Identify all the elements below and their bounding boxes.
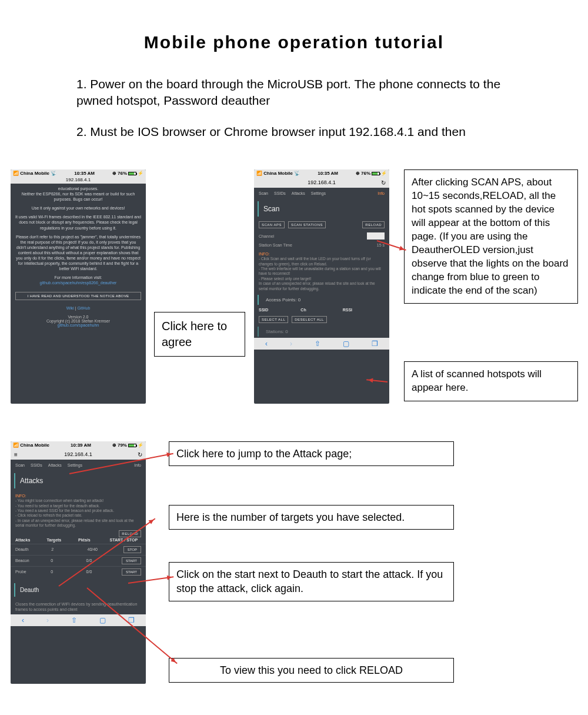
reload-button[interactable]: RELOAD — [362, 221, 385, 228]
annotation-start-deauth: Click on the start next to Deauth to sta… — [169, 562, 454, 601]
carrier-label: 📶 China Mobile 📡 — [13, 171, 56, 176]
forward-icon[interactable]: › — [46, 616, 49, 624]
back-icon[interactable]: ‹ — [22, 616, 24, 624]
phone-screenshot-3: 📶 China Mobile 10:39 AM ⊕ 79%⚡ ≡ 192.168… — [11, 441, 146, 684]
phone-screenshot-1: 📶 China Mobile 📡 10:35 AM ⊕ 76%⚡ 192.168… — [11, 169, 146, 404]
bookmarks-icon[interactable]: ▢ — [99, 616, 106, 624]
section-header-attacks: Attacks — [14, 473, 142, 488]
wiki-link[interactable]: Wiki — [66, 306, 74, 310]
clock-label: 10:35 AM — [74, 171, 95, 176]
scan-time-label: Station Scan Time — [259, 243, 292, 247]
back-icon[interactable]: ‹ — [265, 340, 268, 348]
url-bar: 192.168.4.1 ↻ — [254, 177, 389, 188]
attack-row-beacon: Beacon00/0START — [11, 555, 146, 566]
status-bar: 📶 China Mobile 10:39 AM ⊕ 79%⚡ — [11, 441, 146, 449]
annotation-attack-page: Click here to jump to the Attack page; — [169, 441, 454, 466]
tab-ssids[interactable]: SSIDs — [31, 463, 42, 467]
stations-header: Stations: 0 — [258, 327, 386, 337]
tab-info[interactable]: Info — [377, 191, 385, 195]
annotation-click-reload: To view this you need to click RELOAD — [169, 658, 454, 683]
notice-body: educational purposes. Neither the ESP826… — [11, 184, 146, 288]
annotation-scan-aps: After clicking SCAN APS, about 10~15 sec… — [404, 169, 578, 304]
refresh-icon[interactable]: ↻ — [138, 451, 142, 458]
browser-bottom-nav: ‹ › ⇧ ▢ ❐ — [254, 338, 389, 350]
refresh-icon[interactable]: ↻ — [381, 179, 386, 186]
url-bar: ≡ 192.168.4.1 ↻ — [11, 449, 146, 460]
scan-time-value: 15 s — [377, 243, 385, 247]
tabs-icon[interactable]: ❐ — [372, 340, 378, 348]
status-bar: 📶 China Mobile 📡 10:35 AM ⊕ 76%⚡ — [254, 169, 389, 177]
github-link[interactable]: github.com/spacehuhn/esp8266_deauther — [15, 280, 141, 285]
select-all-button[interactable]: SELECT ALL — [259, 316, 288, 323]
access-points-header: Access Points: 0 — [258, 295, 386, 305]
tab-scan[interactable]: Scan — [15, 463, 25, 467]
clock-label: 10:39 AM — [71, 443, 91, 448]
github-link-2[interactable]: GitHub — [78, 306, 91, 310]
annotation-agree: Click here to agree — [154, 312, 245, 357]
section-header-scan: Scan — [258, 201, 386, 217]
carrier-label: 📶 China Mobile 📡 — [256, 171, 300, 176]
channel-slider[interactable] — [367, 232, 385, 240]
annotation-targets-count: Here is the number of targets you have s… — [169, 505, 454, 530]
spacehuhn-link[interactable]: github.com/spacehuhn — [58, 323, 99, 327]
page-title: Mobile phone operation tutorial — [0, 0, 588, 52]
agree-button[interactable]: I HAVE READ AND UNDERSTOOD THE NOTICE AB… — [15, 292, 141, 300]
intro-step-2: 2. Must be IOS browser or Chrome browser… — [76, 124, 512, 140]
battery-indicator: ⊕ 79%⚡ — [112, 443, 143, 448]
carrier-label: 📶 China Mobile — [13, 443, 49, 448]
menu-icon[interactable]: ≡ — [14, 451, 18, 458]
deselect-all-button[interactable]: DESELECT ALL — [292, 316, 327, 323]
intro-step-1: 1. Power on the board through the MicroU… — [76, 76, 512, 109]
channel-label: Channel — [259, 234, 274, 238]
start-button[interactable]: START — [122, 557, 141, 564]
deauth-description: Closes the connection of WiFi devices by… — [11, 599, 146, 614]
scan-stations-button[interactable]: SCAN STATIONS — [288, 221, 326, 228]
bookmarks-icon[interactable]: ▢ — [343, 340, 349, 348]
info-block: INFO: - You might lose connection when s… — [11, 491, 146, 531]
tab-scan[interactable]: Scan — [259, 191, 268, 195]
battery-indicator: ⊕ 76%⚡ — [112, 171, 143, 176]
forward-icon[interactable]: › — [290, 340, 292, 348]
tab-settings[interactable]: Settings — [311, 191, 326, 195]
deauth-subheader: Deauth — [14, 583, 142, 597]
stop-button[interactable]: STOP — [123, 546, 141, 553]
footer-links: Wiki | GitHub — [11, 304, 146, 312]
tab-info[interactable]: Info — [134, 463, 141, 467]
status-bar: 📶 China Mobile 📡 10:35 AM ⊕ 76%⚡ — [11, 169, 146, 177]
tab-settings[interactable]: Settings — [68, 463, 82, 467]
scan-aps-button[interactable]: SCAN APS — [259, 221, 285, 228]
intro-block: 1. Power on the board through the MicroU… — [0, 52, 588, 140]
version-block: Version 2.0 Copyright (c) 2018 Stefan Kr… — [11, 312, 146, 330]
annotation-hotspot-list: A list of scanned hotspots will appear h… — [404, 361, 578, 401]
tab-ssids[interactable]: SSIDs — [274, 191, 286, 195]
share-icon[interactable]: ⇧ — [71, 616, 77, 624]
phone-screenshot-2: 📶 China Mobile 📡 10:35 AM ⊕ 76%⚡ 192.168… — [254, 169, 389, 404]
url-text: 192.168.4.1 — [11, 177, 146, 184]
start-button[interactable]: START — [122, 568, 141, 576]
nav-tabs: Scan SSIDs Attacks Settings Info — [11, 460, 146, 471]
tab-attacks[interactable]: Attacks — [48, 463, 62, 467]
battery-indicator: ⊕ 76%⚡ — [356, 171, 387, 176]
attack-row-deauth: Deauth240/40STOP — [11, 544, 146, 555]
tab-attacks[interactable]: Attacks — [292, 191, 305, 195]
info-block: INFO: - Click Scan and wait until the bl… — [254, 249, 389, 294]
ap-table-head: SSIDChRSSI — [254, 306, 389, 314]
url-text: 192.168.4.1 — [308, 179, 336, 185]
clock-label: 10:35 AM — [318, 171, 338, 176]
share-icon[interactable]: ⇧ — [315, 340, 320, 348]
url-text: 192.168.4.1 — [64, 451, 92, 457]
nav-tabs: Scan SSIDs Attacks Settings Info — [254, 188, 389, 199]
